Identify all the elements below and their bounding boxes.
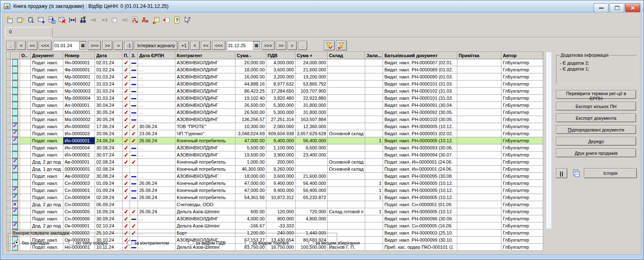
cell-icon[interactable] [11,59,20,66]
cell-sklad[interactable] [328,215,365,222]
cell-o[interactable] [20,159,31,166]
cell-doc[interactable]: Дод. 1 до под [31,166,63,173]
date-nav-button[interactable]: < [190,41,200,50]
cell-pdv[interactable]: 3,200.000 [266,73,296,81]
cell-parent[interactable]: Видат. накл. РН-0000005 (10.12. [383,208,457,215]
cell-o[interactable] [20,95,31,102]
row-selector[interactable] [7,137,11,144]
cell-o[interactable] [20,222,31,230]
cell-date[interactable]: 02.08.24 [95,166,123,173]
cell-contragent[interactable]: Конечный потребитель [175,194,236,201]
cell-sklad[interactable]: Основной склад [328,159,365,166]
cell-note[interactable] [457,230,501,237]
cell-erpn[interactable]: . . [138,73,175,81]
cell-o[interactable] [20,173,31,180]
cell-date[interactable]: 02.09.24 [95,194,123,201]
cell-doc[interactable]: Подат. накл. [31,194,63,201]
cell-p[interactable]: ✓ [123,95,130,102]
cell-note[interactable] [457,201,501,208]
cell-note[interactable] [457,102,501,109]
cell-num[interactable]: Ин-0000003 [63,130,95,137]
cell-note[interactable] [457,159,501,166]
cell-erpn[interactable]: 26.06.24 [138,194,175,201]
cell-contragent[interactable]: Конечный потребитель [175,166,236,173]
row-selector[interactable] [7,166,11,173]
cell-doc[interactable]: Подат. накл. [31,88,63,95]
cell-author[interactable]: ГлБухгалтер [501,208,543,215]
cell-date[interactable]: 31.03.24 [95,95,123,102]
cell-z[interactable]: ✓ [130,137,138,144]
cell-zal[interactable] [365,166,383,173]
cell-erpn[interactable]: . . [138,109,175,116]
cell-note[interactable] [457,59,501,66]
bookmark-radio[interactable]: за місцем зберігання [308,240,360,245]
cell-p[interactable]: ✓ [123,81,130,88]
cell-zal[interactable]: 1 [365,194,383,201]
column-header-contragent[interactable]: Контрагент [175,52,236,59]
cell-num[interactable]: Ил-0000001 [63,151,95,159]
cell-author[interactable]: ГлБухгалтер [501,215,543,222]
cell-p[interactable]: ✓ [123,102,130,109]
row-selector[interactable] [7,151,11,159]
cell-sum_plus[interactable]: 4,800.000 [296,215,328,222]
bookmark-radio[interactable]: по типу товара [68,240,108,245]
cell-author[interactable]: ГлБухгалтер [501,88,543,95]
cell-author[interactable]: ГлБухгалтер [501,73,543,81]
cell-sklad[interactable] [328,66,365,73]
cell-pdv[interactable]: 9,400.000 [266,180,296,187]
cell-sklad[interactable] [328,201,365,208]
cell-erpn[interactable]: 26.06.24 [138,187,175,194]
row-selector[interactable] [7,73,11,81]
cell-parent[interactable]: Видат. накл. РН-0000091 (30.04. [383,102,457,109]
cell-pdv[interactable]: 3,600.000 [266,173,296,180]
cell-sum_minus[interactable]: 1,000.00 [236,159,266,166]
cell-zal[interactable] [365,144,383,151]
column-header-o[interactable]: О.. [20,52,31,59]
cell-contragent[interactable]: АЗОВІНВХОЛДИНГ [175,151,236,159]
cell-sklad[interactable] [328,187,365,194]
cell-pdv[interactable]: 9,400.000 [266,187,296,194]
cell-author[interactable]: ГлБухгалтер [501,59,543,66]
cell-doc[interactable]: Подат. накл. [31,215,63,222]
cell-zal[interactable] [365,95,383,102]
cell-num[interactable]: Сн-0000006 [63,215,95,222]
cell-sum_plus[interactable]: 22,922.880 [296,95,328,102]
cell-note[interactable] [457,130,501,137]
row-selector[interactable] [7,130,11,137]
date-nav-button[interactable]: << [201,41,211,50]
cell-contragent[interactable]: АЗОВІНВХОЛДИНГ [175,59,236,66]
save-export-document-icon[interactable] [46,15,57,25]
cell-doc[interactable]: Подат. накл. [31,123,63,130]
cell-author[interactable]: ГлБухгалтер [501,222,543,230]
cell-pdv[interactable]: 8,977.632 [266,81,296,88]
cell-z[interactable] [130,194,138,201]
cell-author[interactable]: ГлБухгалтер [501,166,543,173]
cell-zal[interactable]: 1 [365,208,383,215]
cell-sum_plus[interactable]: 31,800.000 [296,109,328,116]
cell-icon[interactable] [11,81,20,88]
cell-parent[interactable]: Подат. накл. Ин-0000001 (24.06. [383,166,457,173]
cell-icon[interactable] [11,194,20,201]
cell-parent[interactable]: Видат. накл. РН-0000089 (01.02. [383,66,457,73]
cell-o[interactable] [20,215,31,222]
cell-z[interactable] [130,102,138,109]
cell-o[interactable] [20,88,31,95]
cell-contragent[interactable]: Дельта Азов-Шіппінг [175,222,236,230]
cell-icon[interactable] [11,215,20,222]
cell-erpn[interactable]: . . [138,116,175,123]
cell-date[interactable]: 30.08.24 [95,173,123,180]
cell-parent[interactable]: Видат. накл. РН-0000001 (02.02. [383,130,457,137]
cell-p[interactable]: ✓ [123,144,130,151]
cell-sum_minus[interactable]: 4,000.00 [236,215,266,222]
cell-parent[interactable]: Видат. накл. РН-0000094 (30.07. [383,151,457,159]
context-help-icon[interactable]: ? [182,15,192,25]
row-selector[interactable] [7,208,11,215]
cell-note[interactable] [457,180,501,187]
date-nav-button[interactable]: << [27,41,38,50]
move-to-end-icon[interactable] [98,15,109,25]
cell-note[interactable] [457,166,501,173]
cell-zal[interactable]: 1 [365,187,383,194]
cell-p[interactable]: ✓ [123,130,130,137]
cell-icon[interactable] [11,208,20,215]
cell-p[interactable]: ✓ [123,59,130,66]
